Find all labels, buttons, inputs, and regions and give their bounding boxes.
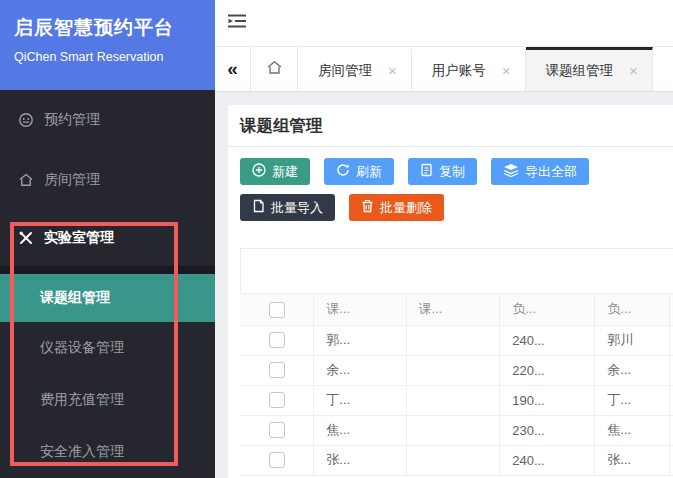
copy-button[interactable]: 复制: [408, 158, 477, 185]
brand-subtitle: QiChen Smart Reservation: [14, 50, 201, 64]
export-all-button[interactable]: 导出全部: [491, 158, 589, 185]
table-cell: [406, 415, 500, 445]
table-row: 郭...240...郭川3202...: [240, 325, 673, 355]
row-checkbox[interactable]: [269, 452, 285, 468]
table-cell: 240...: [500, 325, 595, 355]
tab-user-account[interactable]: 用户账号 ×: [412, 47, 526, 91]
tab-project-group-management[interactable]: 课题组管理 ×: [526, 47, 653, 91]
page-title: 课题组管理: [240, 115, 673, 137]
content-area: 课题组管理 新建 刷新: [215, 92, 673, 478]
tab-room-management[interactable]: 房间管理 ×: [298, 47, 412, 91]
double-chevron-left-icon: «: [227, 58, 238, 80]
table-cell: 焦...: [595, 415, 670, 445]
refresh-icon: [336, 163, 350, 180]
tabs-scroll-left-button[interactable]: «: [215, 47, 251, 91]
row-checkbox-cell: [240, 445, 314, 475]
table-cell: 郭...: [314, 325, 406, 355]
tab-label: 房间管理: [318, 62, 372, 80]
batch-delete-button[interactable]: 批量删除: [349, 194, 444, 221]
tab-label: 课题组管理: [546, 62, 614, 80]
sidebar-item-label: 预约管理: [44, 111, 100, 129]
copy-document-icon: [420, 163, 433, 180]
button-label: 新建: [272, 163, 298, 181]
table-container: 课...课...负...负...课...成... 郭...240...郭川320…: [240, 248, 673, 476]
table-cell: 220...: [500, 355, 595, 385]
table-cell: 郭川: [595, 325, 670, 355]
trash-icon: [361, 199, 374, 216]
column-header: 负...: [500, 294, 595, 325]
row-checkbox-cell: [240, 385, 314, 415]
table-cell: 190...: [500, 385, 595, 415]
sidebar: 启辰智慧预约平台 QiChen Smart Reservation 预约管理 房…: [0, 0, 215, 478]
tabbar: « 房间管理 × 用户账号 × 课题组管理 ×: [215, 47, 673, 92]
sidebar-item-room[interactable]: 房间管理: [0, 150, 215, 210]
column-header: 课...: [406, 294, 500, 325]
home-icon: [18, 172, 34, 188]
toolbar: 新建 刷新 复制 导出: [228, 147, 673, 221]
header-checkbox-cell: [240, 294, 314, 325]
table-row: 余...220...余...17202...: [240, 355, 673, 385]
file-icon: [252, 199, 265, 216]
table-body: 郭...240...郭川3202...余...220...余...17202..…: [240, 325, 673, 475]
refresh-button[interactable]: 刷新: [324, 158, 394, 185]
panel-header: 课题组管理: [228, 105, 673, 147]
table-row: 丁...190...丁...1202...: [240, 385, 673, 415]
row-checkbox[interactable]: [269, 392, 285, 408]
home-tab-icon: [266, 59, 283, 80]
toolbar-row-2: 批量导入 批量删除: [240, 194, 673, 221]
button-label: 刷新: [356, 163, 382, 181]
table-row: 焦...230...焦...8202...: [240, 415, 673, 445]
table-cell: 余...: [595, 355, 670, 385]
topbar: [215, 0, 673, 47]
sidebar-item-label: 安全准入管理: [40, 443, 124, 461]
sidebar-item-safety-access[interactable]: 安全准入管理: [0, 426, 215, 478]
sidebar-item-label: 费用充值管理: [40, 391, 124, 409]
brand-header: 启辰智慧预约平台 QiChen Smart Reservation: [0, 0, 215, 90]
table-cell: 张...: [314, 445, 406, 475]
sidebar-item-reservation[interactable]: 预约管理: [0, 90, 215, 150]
button-label: 导出全部: [525, 163, 577, 181]
sidebar-item-laboratory[interactable]: 实验室管理: [0, 210, 215, 266]
toolbar-row-1: 新建 刷新 复制 导出: [240, 158, 673, 185]
table-cell: 240...: [500, 445, 595, 475]
tab-home[interactable]: [251, 47, 298, 91]
batch-import-button[interactable]: 批量导入: [240, 194, 335, 221]
table-row: 张...240...张...20202...: [240, 445, 673, 475]
plus-circle-icon: [252, 163, 266, 180]
data-table: 课...课...负...负...课...成... 郭...240...郭川320…: [240, 294, 673, 476]
table-header-row: 课...课...负...负...课...成...: [240, 294, 673, 325]
sidebar-item-label: 仪器设备管理: [40, 339, 124, 357]
sidebar-item-equipment[interactable]: 仪器设备管理: [0, 322, 215, 374]
sidebar-item-label: 房间管理: [44, 171, 100, 189]
button-label: 批量导入: [271, 199, 323, 217]
table-cell: 张...: [595, 445, 670, 475]
row-checkbox[interactable]: [269, 422, 285, 438]
sidebar-item-recharge[interactable]: 费用充值管理: [0, 374, 215, 426]
reservation-icon: [18, 112, 34, 128]
table-cell: [406, 325, 500, 355]
sidebar-item-label: 课题组管理: [40, 289, 110, 307]
table-toolbar-empty: [240, 248, 673, 294]
table-cell: 230...: [500, 415, 595, 445]
close-icon[interactable]: ×: [502, 62, 511, 79]
sidebar-item-project-group[interactable]: 课题组管理: [0, 274, 215, 322]
sidebar-item-label: 实验室管理: [44, 229, 114, 247]
table-cell: 余...: [314, 355, 406, 385]
new-button[interactable]: 新建: [240, 158, 310, 185]
row-checkbox-cell: [240, 415, 314, 445]
close-icon[interactable]: ×: [629, 62, 638, 79]
layers-icon: [503, 163, 519, 180]
row-checkbox[interactable]: [269, 332, 285, 348]
row-checkbox[interactable]: [269, 362, 285, 378]
table-cell: 丁...: [314, 385, 406, 415]
sidebar-collapse-button[interactable]: [224, 10, 250, 36]
table-cell: [406, 385, 500, 415]
table-cell: [406, 355, 500, 385]
tab-label: 用户账号: [432, 62, 486, 80]
column-header: 课...: [314, 294, 406, 325]
table-cell: 焦...: [314, 415, 406, 445]
brand-title: 启辰智慧预约平台: [14, 15, 201, 41]
select-all-checkbox[interactable]: [269, 302, 285, 318]
close-icon[interactable]: ×: [388, 62, 397, 79]
table-cell: [406, 445, 500, 475]
